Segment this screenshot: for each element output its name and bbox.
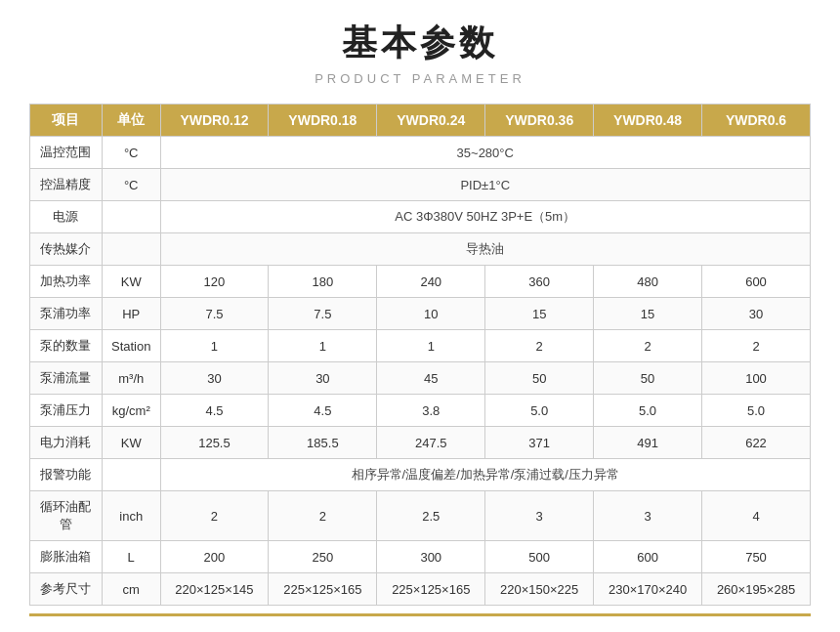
row-unit-9: KW <box>102 427 160 459</box>
col-header-6: YWDR0.48 <box>594 105 702 137</box>
row-label-9: 电力消耗 <box>30 427 103 459</box>
row-value-8-0: 4.5 <box>160 395 269 427</box>
row-value-9-4: 491 <box>594 427 702 459</box>
row-value-5-4: 15 <box>594 298 702 330</box>
row-value-4-0: 120 <box>160 266 269 298</box>
row-value-5-0: 7.5 <box>160 298 269 330</box>
row-unit-3 <box>102 233 160 266</box>
row-value-11-3: 3 <box>485 491 594 541</box>
table-row: 电力消耗KW125.5185.5247.5371491622 <box>30 427 811 459</box>
row-label-10: 报警功能 <box>30 459 103 491</box>
row-value-13-0: 220×125×145 <box>160 573 269 606</box>
row-value-13-1: 225×125×165 <box>269 573 377 606</box>
col-header-2: YWDR0.12 <box>160 105 269 137</box>
row-value-5-5: 30 <box>702 298 811 330</box>
row-label-11: 循环油配管 <box>30 491 103 541</box>
row-span-value-1: PID±1°C <box>160 169 811 201</box>
row-value-13-5: 260×195×285 <box>702 573 811 606</box>
row-value-6-5: 2 <box>702 330 811 362</box>
row-value-7-0: 30 <box>160 362 269 395</box>
col-header-3: YWDR0.18 <box>269 105 377 137</box>
row-value-6-1: 1 <box>269 330 377 362</box>
row-value-5-3: 15 <box>485 298 594 330</box>
row-label-5: 泵浦功率 <box>30 298 103 330</box>
table-row: 泵浦流量m³/h3030455050100 <box>30 362 811 395</box>
param-table: 项目单位YWDR0.12YWDR0.18YWDR0.24YWDR0.36YWDR… <box>29 104 811 606</box>
row-value-4-3: 360 <box>485 266 594 298</box>
row-value-9-2: 247.5 <box>377 427 485 459</box>
row-label-12: 膨胀油箱 <box>30 541 103 573</box>
row-unit-10 <box>102 459 160 491</box>
table-row: 循环油配管inch222.5334 <box>30 491 811 541</box>
row-value-12-0: 200 <box>160 541 269 573</box>
row-label-4: 加热功率 <box>30 266 103 298</box>
row-value-8-5: 5.0 <box>702 395 811 427</box>
row-value-7-4: 50 <box>594 362 702 395</box>
row-value-12-3: 500 <box>485 541 594 573</box>
row-value-5-1: 7.5 <box>269 298 377 330</box>
row-value-8-3: 5.0 <box>485 395 594 427</box>
col-header-1: 单位 <box>102 105 160 137</box>
row-value-4-2: 240 <box>377 266 485 298</box>
row-value-7-2: 45 <box>377 362 485 395</box>
page-subtitle: PRODUCT PARAMETER <box>29 71 811 86</box>
row-label-13: 参考尺寸 <box>30 573 103 606</box>
row-value-9-0: 125.5 <box>160 427 269 459</box>
table-row: 温控范围°C35~280°C <box>30 137 811 169</box>
row-value-7-1: 30 <box>269 362 377 395</box>
row-value-4-5: 600 <box>702 266 811 298</box>
table-row: 报警功能相序异常/温度偏差/加热异常/泵浦过载/压力异常 <box>30 459 811 491</box>
table-row: 泵浦压力kg/cm²4.54.53.85.05.05.0 <box>30 395 811 427</box>
row-value-7-5: 100 <box>702 362 811 395</box>
row-value-5-2: 10 <box>377 298 485 330</box>
col-header-5: YWDR0.36 <box>485 105 594 137</box>
row-value-11-1: 2 <box>269 491 377 541</box>
table-header-row: 项目单位YWDR0.12YWDR0.18YWDR0.24YWDR0.36YWDR… <box>30 105 811 137</box>
row-label-1: 控温精度 <box>30 169 103 201</box>
row-unit-6: Station <box>102 330 160 362</box>
row-value-11-0: 2 <box>160 491 269 541</box>
row-value-11-5: 4 <box>702 491 811 541</box>
row-value-6-0: 1 <box>160 330 269 362</box>
row-value-12-5: 750 <box>702 541 811 573</box>
row-value-8-2: 3.8 <box>377 395 485 427</box>
page-title: 基本参数 <box>29 20 811 67</box>
row-label-8: 泵浦压力 <box>30 395 103 427</box>
table-row: 传热媒介导热油 <box>30 233 811 266</box>
row-value-12-4: 600 <box>594 541 702 573</box>
row-value-13-3: 220×150×225 <box>485 573 594 606</box>
row-value-13-4: 230×170×240 <box>594 573 702 606</box>
row-value-9-3: 371 <box>485 427 594 459</box>
table-row: 加热功率KW120180240360480600 <box>30 266 811 298</box>
row-value-4-1: 180 <box>269 266 377 298</box>
table-row: 参考尺寸cm220×125×145225×125×165225×125×1652… <box>30 573 811 606</box>
row-value-11-4: 3 <box>594 491 702 541</box>
row-span-value-0: 35~280°C <box>160 137 811 169</box>
table-row: 控温精度°CPID±1°C <box>30 169 811 201</box>
row-unit-8: kg/cm² <box>102 395 160 427</box>
row-unit-7: m³/h <box>102 362 160 395</box>
row-label-3: 传热媒介 <box>30 233 103 266</box>
row-unit-5: HP <box>102 298 160 330</box>
row-unit-0: °C <box>102 137 160 169</box>
row-value-13-2: 225×125×165 <box>377 573 485 606</box>
row-value-12-1: 250 <box>269 541 377 573</box>
row-unit-4: KW <box>102 266 160 298</box>
row-label-6: 泵的数量 <box>30 330 103 362</box>
table-row: 膨胀油箱L200250300500600750 <box>30 541 811 573</box>
row-value-6-2: 1 <box>377 330 485 362</box>
row-value-8-4: 5.0 <box>594 395 702 427</box>
row-label-7: 泵浦流量 <box>30 362 103 395</box>
table-row: 泵浦功率HP7.57.510151530 <box>30 298 811 330</box>
row-span-value-3: 导热油 <box>160 233 811 266</box>
table-row: 泵的数量Station111222 <box>30 330 811 362</box>
row-value-9-1: 185.5 <box>269 427 377 459</box>
row-value-6-4: 2 <box>594 330 702 362</box>
table-row: 电源AC 3Φ380V 50HZ 3P+E（5m） <box>30 201 811 233</box>
bottom-line <box>29 613 811 616</box>
col-header-4: YWDR0.24 <box>377 105 485 137</box>
row-value-11-2: 2.5 <box>377 491 485 541</box>
page-wrapper: 基本参数 PRODUCT PARAMETER 项目单位YWDR0.12YWDR0… <box>0 0 840 632</box>
row-value-6-3: 2 <box>485 330 594 362</box>
row-span-value-2: AC 3Φ380V 50HZ 3P+E（5m） <box>160 201 811 233</box>
